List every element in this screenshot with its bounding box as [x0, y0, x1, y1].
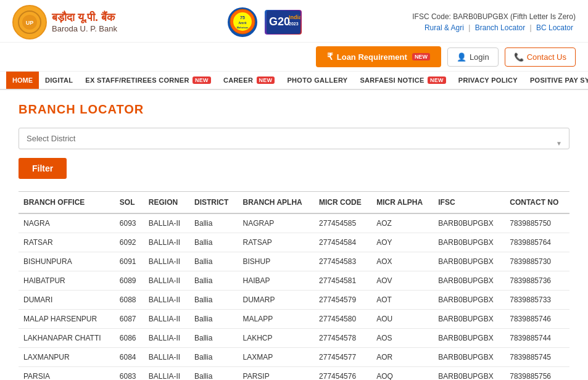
career-new-badge: NEW: [257, 76, 275, 84]
table-cell: Ballia: [189, 291, 238, 310]
col-region: REGION: [144, 192, 189, 214]
table-cell: 7839885750: [505, 213, 569, 233]
table-cell: BALLIA-II: [144, 329, 189, 348]
login-icon: 👤: [457, 52, 466, 62]
nav-ex-staff[interactable]: EX STAFF/RETIREES CORNER NEW: [79, 72, 217, 89]
table-cell: NAGRA: [19, 213, 115, 233]
col-sol: SOL: [115, 192, 144, 214]
table-cell: MALAP HARSENPUR: [19, 310, 115, 329]
svg-text:2023: 2023: [289, 22, 299, 26]
table-cell: NAGRAP: [238, 213, 315, 233]
table-cell: AOZ: [371, 213, 433, 233]
table-cell: Ballia: [189, 367, 238, 381]
nav-bar: HOME DIGITAL EX STAFF/RETIREES CORNER NE…: [0, 72, 588, 90]
g20-badge: G20 India 2023: [265, 10, 302, 35]
table-cell: 6092: [115, 233, 144, 252]
table-cell: Ballia: [189, 252, 238, 271]
table-row: PARSIA6083BALLIA-IIBalliaPARSIP277454576…: [19, 367, 569, 381]
table-cell: 277454576: [314, 367, 371, 381]
svg-text:India: India: [289, 14, 300, 20]
branch-table-wrapper: BRANCH OFFICE SOL REGION DISTRICT BRANCH…: [19, 191, 569, 380]
svg-text:Mahotsav: Mahotsav: [237, 26, 249, 29]
table-cell: 6093: [115, 213, 144, 233]
table-cell: 277454580: [314, 310, 371, 329]
table-cell: BALLIA-II: [144, 271, 189, 291]
header-badges: 75 Amrit Mahotsav G20 India 2023: [228, 7, 302, 37]
table-row: LAXMANPUR6084BALLIA-IIBalliaLAXMAP277454…: [19, 348, 569, 367]
table-header: BRANCH OFFICE SOL REGION DISTRICT BRANCH…: [19, 192, 569, 214]
bank-name-hindi: बड़ौदा यू.पी. बैंक: [52, 11, 117, 25]
login-button[interactable]: 👤 Login: [447, 48, 499, 67]
branch-locator-link[interactable]: Branch Locator: [475, 23, 525, 32]
login-label: Login: [470, 52, 489, 62]
header-right: IFSC Code: BARB0BUPGBX (Fifth Letter Is …: [412, 12, 576, 32]
table-cell: 277454577: [314, 348, 371, 367]
bc-locator-link[interactable]: BC Locator: [536, 23, 573, 32]
nav-digital[interactable]: DIGITAL: [39, 72, 79, 89]
table-cell: 277454579: [314, 291, 371, 310]
contact-us-button[interactable]: 📞 Contact Us: [505, 48, 576, 67]
table-cell: BISHUNPURA: [19, 252, 115, 271]
action-bar: ₹ Loan Requirement NEW 👤 Login 📞 Contact…: [0, 43, 588, 72]
loan-new-badge: NEW: [412, 53, 430, 60]
table-cell: Ballia: [189, 271, 238, 291]
table-cell: AOU: [371, 310, 433, 329]
table-cell: RATSAR: [19, 233, 115, 252]
table-cell: BARB0BUPGBX: [433, 329, 505, 348]
table-cell: AOQ: [371, 367, 433, 381]
table-cell: BARB0BUPGBX: [433, 233, 505, 252]
nav-photo-gallery[interactable]: PHOTO GALLERY: [281, 72, 354, 89]
nav-positive-pay[interactable]: POSITIVE PAY SYSTEM: [524, 72, 588, 89]
table-cell: 277454585: [314, 213, 371, 233]
loan-label: Loan Requirement: [337, 52, 407, 62]
main-content: BRANCH LOCATOR Select District Ballia Va…: [0, 90, 588, 380]
table-cell: BALLIA-II: [144, 213, 189, 233]
col-ifsc: IFSC: [433, 192, 505, 214]
table-cell: 6089: [115, 271, 144, 291]
table-cell: BARB0BUPGBX: [433, 291, 505, 310]
table-cell: HAIBATPUR: [19, 271, 115, 291]
home-nav-item[interactable]: HOME: [6, 72, 39, 89]
table-cell: 277454578: [314, 329, 371, 348]
table-cell: 6087: [115, 310, 144, 329]
table-cell: Ballia: [189, 329, 238, 348]
col-district: DISTRICT: [189, 192, 238, 214]
svg-text:G20: G20: [269, 15, 290, 28]
table-row: LAKHANAPAR CHATTI6086BALLIA-IIBalliaLAKH…: [19, 329, 569, 348]
nav-sarfaesi[interactable]: SARFAESI NOTICE NEW: [354, 72, 452, 89]
logo-text-block: बड़ौदा यू.पी. बैंक Baroda U. P. Bank: [52, 11, 117, 34]
table-cell: AOX: [371, 252, 433, 271]
rupee-icon: ₹: [327, 51, 333, 62]
branch-table: BRANCH OFFICE SOL REGION DISTRICT BRANCH…: [19, 191, 569, 380]
table-cell: BARB0BUPGBX: [433, 213, 505, 233]
table-cell: LAXMANPUR: [19, 348, 115, 367]
table-cell: PARSIP: [238, 367, 315, 381]
table-body: NAGRA6093BALLIA-IIBalliaNAGRAP277454585A…: [19, 213, 569, 380]
table-cell: 7839885733: [505, 291, 569, 310]
table-row: DUMARI6088BALLIA-IIBalliaDUMARP277454579…: [19, 291, 569, 310]
table-cell: BALLIA-II: [144, 348, 189, 367]
district-select[interactable]: Select District Ballia Varanasi Lucknow: [19, 128, 569, 149]
nav-career[interactable]: CAREER NEW: [217, 72, 281, 89]
table-cell: BALLIA-II: [144, 367, 189, 381]
svg-text:Amrit: Amrit: [239, 21, 247, 25]
table-cell: RATSAP: [238, 233, 315, 252]
table-cell: DUMARP: [238, 291, 315, 310]
col-branch-office: BRANCH OFFICE: [19, 192, 115, 214]
contact-label: Contact Us: [527, 52, 566, 62]
nav-privacy[interactable]: PRIVACY POLICY: [452, 72, 524, 89]
table-cell: 7839885756: [505, 367, 569, 381]
table-cell: LAKHCP: [238, 329, 315, 348]
table-cell: BARB0BUPGBX: [433, 348, 505, 367]
table-cell: HAIBAP: [238, 271, 315, 291]
loan-requirement-button[interactable]: ₹ Loan Requirement NEW: [316, 46, 441, 67]
filter-button[interactable]: Filter: [19, 158, 67, 179]
table-cell: 6086: [115, 329, 144, 348]
sarfaesi-new-badge: NEW: [428, 76, 446, 84]
ifsc-info: IFSC Code: BARB0BUPGBX (Fifth Letter Is …: [412, 12, 576, 21]
table-cell: 277454584: [314, 233, 371, 252]
rural-agri-link[interactable]: Rural & Agri: [424, 23, 464, 32]
header: UP बड़ौदा यू.पी. बैंक Baroda U. P. Bank …: [0, 0, 588, 43]
table-row: MALAP HARSENPUR6087BALLIA-IIBalliaMALAPP…: [19, 310, 569, 329]
table-cell: LAKHANAPAR CHATTI: [19, 329, 115, 348]
